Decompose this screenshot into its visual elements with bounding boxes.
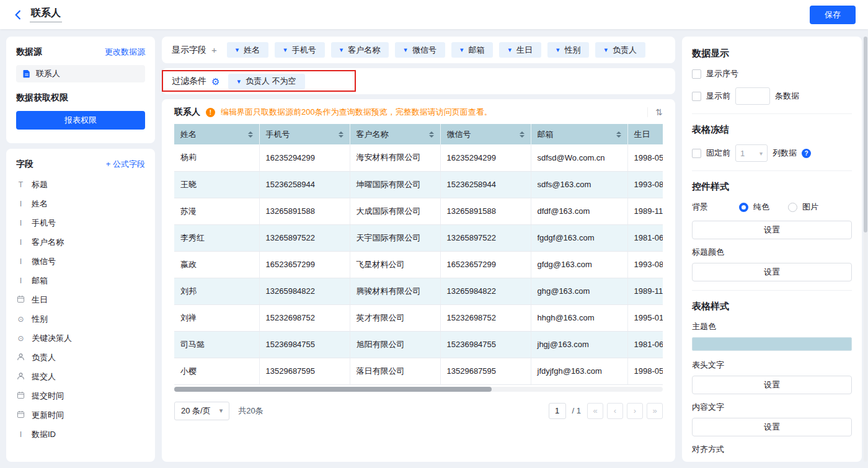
table-column-header[interactable]: 微信号 bbox=[440, 124, 531, 144]
fix-count-select[interactable]: 1 ▾ bbox=[735, 144, 768, 162]
field-item[interactable]: 提交人 bbox=[16, 367, 145, 386]
sort-arrows-icon[interactable] bbox=[616, 131, 621, 138]
field-item[interactable]: Ⅰ客户名称 bbox=[16, 232, 145, 252]
table-column-header[interactable]: 邮箱 bbox=[531, 124, 627, 144]
header-text-set-button[interactable]: 设置 bbox=[692, 376, 852, 394]
display-field-chip[interactable]: ▾生日 bbox=[499, 42, 541, 58]
add-display-field-icon[interactable]: + bbox=[211, 45, 217, 55]
datasource-item[interactable]: 联系人 bbox=[16, 65, 145, 82]
prev-page-icon[interactable]: ‹ bbox=[607, 403, 623, 419]
table-cell: 13529687595 bbox=[259, 358, 350, 384]
field-item[interactable]: Ⅰ微信号 bbox=[16, 252, 145, 271]
table-row: 李秀红13265897522天宇国际有限公司13265897522fgdgf@1… bbox=[174, 224, 663, 251]
bg-solid-radio[interactable] bbox=[739, 203, 748, 212]
help-icon[interactable]: ? bbox=[802, 149, 811, 158]
field-item[interactable]: 更新时间 bbox=[16, 405, 145, 425]
chevron-down-icon: ▾ bbox=[556, 46, 560, 54]
table-cell: 13529687595 bbox=[440, 358, 531, 384]
field-item-label: 邮箱 bbox=[32, 275, 48, 286]
bg-image-radio[interactable] bbox=[788, 203, 797, 212]
page-size-select[interactable]: 20 条/页 ▾ bbox=[174, 402, 229, 420]
document-icon bbox=[22, 69, 31, 78]
display-field-chip[interactable]: ▾微信号 bbox=[395, 42, 445, 58]
left-column: 数据源 更改数据源 联系人 数据获取权限 报表权限 字段 + 公式字段 T标题Ⅰ… bbox=[6, 37, 155, 462]
back-button[interactable] bbox=[12, 9, 24, 20]
field-item[interactable]: 负责人 bbox=[16, 348, 145, 367]
display-field-chip-label: 邮箱 bbox=[468, 45, 484, 56]
widget-style-section: 控件样式 背景 纯色 图片 设置 标题颜色 设置 bbox=[692, 181, 852, 281]
report-permission-button[interactable]: 报表权限 bbox=[16, 111, 145, 130]
table-cell: 1993-08 bbox=[627, 171, 663, 198]
sort-arrows-icon[interactable] bbox=[339, 131, 343, 138]
chevron-down-icon: ▾ bbox=[460, 46, 464, 54]
table-freeze-section: 表格冻结 固定前 1 ▾ 列数据 ? bbox=[692, 124, 852, 162]
table-cell: 旭阳有限公司 bbox=[350, 331, 440, 358]
page-scrollbar-thumb[interactable] bbox=[864, 37, 867, 232]
front-count-input[interactable] bbox=[735, 87, 770, 105]
display-field-chip-label: 手机号 bbox=[292, 45, 316, 56]
horizontal-scrollbar[interactable] bbox=[174, 387, 663, 392]
sort-arrows-icon[interactable] bbox=[248, 131, 253, 138]
show-front-checkbox[interactable] bbox=[692, 92, 701, 101]
header-text-label: 表头文字 bbox=[692, 360, 852, 371]
datasource-title: 数据源 bbox=[16, 46, 42, 58]
table-cell: jfdyjfgh@163.com bbox=[531, 358, 627, 384]
add-formula-field-link[interactable]: + 公式字段 bbox=[106, 159, 145, 170]
column-label: 姓名 bbox=[180, 129, 197, 140]
next-page-icon[interactable]: › bbox=[627, 403, 643, 419]
column-sort-icon[interactable]: ⇅ bbox=[647, 107, 663, 117]
background-set-button[interactable]: 设置 bbox=[692, 221, 852, 239]
show-index-checkbox[interactable] bbox=[692, 69, 701, 79]
field-item[interactable]: T标题 bbox=[16, 175, 145, 194]
table-row: 嬴政16523657299飞星材料公司16523657299gfdg@163.c… bbox=[174, 251, 663, 278]
page-scrollbar[interactable] bbox=[864, 37, 867, 462]
column-label: 邮箱 bbox=[538, 129, 554, 140]
table-column-header[interactable]: 生日 bbox=[627, 124, 663, 144]
display-field-chip[interactable]: ▾姓名 bbox=[227, 42, 269, 58]
field-item[interactable]: 生日 bbox=[16, 290, 145, 309]
table-cell: gfdg@163.com bbox=[531, 251, 627, 278]
field-item[interactable]: ⊙性别 bbox=[16, 309, 145, 329]
theme-color-swatch[interactable] bbox=[692, 337, 852, 351]
table-column-header[interactable]: 客户名称 bbox=[350, 124, 440, 144]
current-page-input[interactable]: 1 bbox=[549, 403, 566, 419]
horizontal-scrollbar-thumb[interactable] bbox=[174, 387, 492, 392]
sort-arrows-icon[interactable] bbox=[520, 131, 525, 138]
page-body: 数据源 更改数据源 联系人 数据获取权限 报表权限 字段 + 公式字段 T标题Ⅰ… bbox=[6, 37, 862, 462]
table-column-header[interactable]: 姓名 bbox=[174, 124, 259, 144]
sort-arrows-icon[interactable] bbox=[429, 131, 434, 138]
field-item[interactable]: Ⅰ数据ID bbox=[16, 425, 145, 444]
fix-columns-checkbox[interactable] bbox=[692, 149, 701, 158]
display-field-chip[interactable]: ▾客户名称 bbox=[331, 42, 389, 58]
display-field-chip[interactable]: ▾负责人 bbox=[595, 42, 645, 58]
filter-chip[interactable]: ▾ 负责人 不为空 bbox=[228, 74, 304, 89]
field-item[interactable]: ⊙关键决策人 bbox=[16, 329, 145, 348]
table-cell: 落日有限公司 bbox=[350, 358, 440, 384]
table-cell: 1995-01 bbox=[627, 304, 663, 331]
table-column-header[interactable]: 手机号 bbox=[259, 124, 350, 144]
display-field-chip[interactable]: ▾邮箱 bbox=[451, 42, 494, 58]
title-color-set-button[interactable]: 设置 bbox=[692, 263, 852, 281]
table-cell: 杨莉 bbox=[174, 144, 259, 171]
show-front-label: 显示前 bbox=[706, 91, 730, 102]
last-page-icon[interactable]: » bbox=[647, 403, 663, 419]
table-cell: 15236984755 bbox=[440, 331, 531, 358]
field-item[interactable]: 提交时间 bbox=[16, 386, 145, 405]
first-page-icon[interactable]: « bbox=[587, 403, 603, 419]
fix-count-value: 1 bbox=[740, 149, 745, 158]
field-item-label: 标题 bbox=[32, 179, 48, 190]
radio-icon: ⊙ bbox=[16, 316, 25, 323]
field-item[interactable]: Ⅰ手机号 bbox=[16, 213, 145, 232]
display-field-chip[interactable]: ▾手机号 bbox=[275, 42, 325, 58]
gear-icon[interactable]: ⚙ bbox=[211, 77, 219, 86]
page-total: / 1 bbox=[572, 406, 581, 415]
content-text-set-button[interactable]: 设置 bbox=[692, 418, 852, 436]
field-item[interactable]: Ⅰ邮箱 bbox=[16, 271, 145, 290]
change-datasource-link[interactable]: 更改数据源 bbox=[105, 46, 145, 58]
field-item[interactable]: Ⅰ姓名 bbox=[16, 194, 145, 213]
save-button[interactable]: 保存 bbox=[810, 6, 856, 24]
table-cell: 1993-08 bbox=[627, 251, 663, 278]
display-field-chip[interactable]: ▾性别 bbox=[547, 42, 590, 58]
person-icon bbox=[16, 372, 25, 382]
display-field-chips: ▾姓名▾手机号▾客户名称▾微信号▾邮箱▾生日▾性别▾负责人 bbox=[227, 42, 645, 58]
